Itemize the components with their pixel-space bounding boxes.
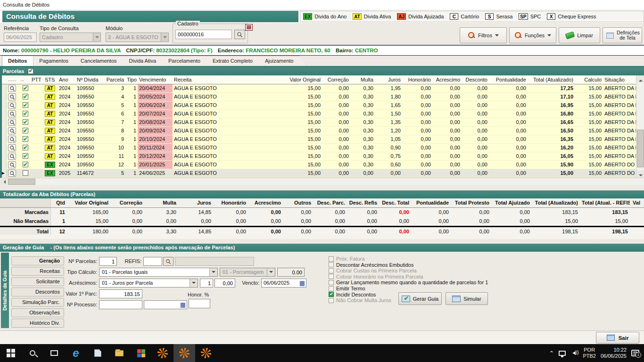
tray-expand-icon[interactable]: ⌃ [549,350,554,357]
volume-icon[interactable] [570,350,578,356]
calendar-icon[interactable]: ▦ [299,280,305,286]
checkbox[interactable] [329,298,334,303]
taskbar-search-button[interactable] [22,344,43,362]
checkbox[interactable] [329,280,334,285]
gerar-guia-button[interactable]: Gerar Guia [398,292,442,305]
horizontal-scrollbar[interactable] [0,178,644,185]
table-row[interactable]: ▶EX20251146725124/06/2025AGUA E ESGOTO15… [0,169,644,178]
row-search-icon[interactable] [8,110,16,117]
row-checkbox[interactable] [23,153,28,159]
notification-icon[interactable]: 1 [631,350,639,356]
row-checkbox[interactable] [23,111,28,116]
refis-search-icon[interactable] [163,257,173,266]
acrescimos-qtd-input[interactable] [200,279,213,288]
n-parcelas-input[interactable] [99,257,117,266]
scrollbar-thumb[interactable] [637,130,644,167]
simular-button[interactable]: Simular [446,292,488,305]
language-indicator[interactable]: PORPTB2 [583,347,596,359]
table-row[interactable]: AT20241095505120/06/2024AGUA E ESGOTO15,… [0,101,644,110]
media-app-button[interactable] [130,344,152,362]
row-checkbox[interactable] [23,85,28,91]
table-row[interactable]: EX202410955012120/01/2025AGUA E ESGOTO15… [0,161,644,169]
porcentagem-input[interactable] [277,268,305,277]
acrescimos-valor-input[interactable] [215,279,235,288]
grid-icon[interactable]: ▦ [180,302,186,308]
checkbox[interactable] [329,256,334,262]
cadastro-search-icon[interactable] [234,30,245,39]
table-row[interactable]: AT20241095509120/10/2024AGUA E ESGOTO15,… [0,135,644,144]
row-search-icon[interactable] [8,102,16,109]
cadastro-input[interactable] [175,30,232,39]
porcentagem-select[interactable]: 01 - Porcentagem [220,268,275,277]
tab-pagamentos[interactable]: Pagamentos [33,56,81,66]
file-explorer-button[interactable] [108,344,130,362]
list-icon[interactable] [245,24,253,31]
row-checkbox[interactable] [23,136,28,142]
tab-ajuizamento[interactable]: Ajuizamento [259,56,306,66]
tab-parcelamento[interactable]: Parcelamento [162,56,213,66]
app-window-3-button[interactable] [195,344,217,362]
app-window-1-button[interactable] [152,344,173,362]
row-checkbox[interactable] [23,102,28,108]
row-search-icon[interactable] [8,119,16,126]
network-icon[interactable] [559,351,566,356]
processo-input[interactable] [99,300,142,309]
tab-cancelamentos[interactable]: Cancelamentos [74,56,129,66]
honor-input[interactable] [189,299,210,308]
modulo-select[interactable]: 3 - ÁGUA E ESGOTO [106,33,169,42]
filtros-button[interactable]: Filtros [460,27,507,43]
table-row[interactable]: AT20241095508120/09/2024AGUA E ESGOTO15,… [0,127,644,135]
row-search-icon[interactable] [8,161,16,168]
row-search-icon[interactable] [8,85,16,92]
referencia-input[interactable] [4,33,37,42]
row-search-icon[interactable] [8,93,16,100]
table-row[interactable]: AT202410955011120/12/2024AGUA E ESGOTO15… [0,152,644,161]
valor-parc-input[interactable] [99,289,142,298]
document-app-button[interactable] [87,344,108,362]
scroll-down-icon[interactable] [636,171,644,178]
task-view-button[interactable] [43,344,65,362]
scrollbar-thumb[interactable] [8,179,35,185]
browser-button[interactable]: e [65,344,87,362]
row-search-icon[interactable] [8,127,16,134]
tab-extrato-completo[interactable]: Extrato Completo [206,56,265,66]
row-checkbox[interactable] [23,128,28,133]
row-checkbox[interactable] [23,170,28,176]
limpar-button[interactable]: Limpar [559,27,600,43]
row-search-icon[interactable] [8,144,16,151]
funcoes-button[interactable]: Funções [509,27,556,43]
processo-input-2[interactable]: ▦ [144,300,187,309]
sair-button[interactable]: Sair [596,332,639,344]
tipo-consulta-select[interactable]: Cadastro [40,33,101,42]
scroll-up-icon[interactable] [636,75,644,82]
checkbox[interactable] [329,292,334,297]
tipo-calculo-select[interactable]: 01 - Parcelas Iguais [99,268,218,277]
checkbox[interactable] [329,274,334,279]
guia-side-tab[interactable]: Detalhes da Guia [1,253,9,328]
table-row[interactable]: AT20241095507120/08/2024AGUA E ESGOTO15,… [0,118,644,127]
row-checkbox[interactable] [23,145,28,150]
row-checkbox[interactable] [23,94,28,99]
scroll-left-icon[interactable] [0,178,8,185]
vertical-scrollbar[interactable] [636,75,644,178]
definicoes-tela-button[interactable]: Definições de Tela [603,27,642,43]
checkbox[interactable] [329,262,334,267]
app-window-2-button[interactable] [173,344,195,362]
clock[interactable]: 10:2206/06/2025 [601,347,627,359]
parcelas-checkbox[interactable] [28,68,33,74]
table-row[interactable]: AT20241095504120/05/2024AGUA E ESGOTO15,… [0,93,644,101]
checkbox[interactable] [329,286,334,291]
table-row[interactable]: AT20241095506120/07/2024AGUA E ESGOTO15,… [0,110,644,118]
row-checkbox[interactable] [23,119,28,125]
guia-side-hist-rico-div-[interactable]: Histórico Div. [11,319,64,328]
acrescimos-select[interactable]: 01 - Juros por Parcela [99,279,198,288]
row-search-icon[interactable] [8,136,16,143]
row-checkbox[interactable] [23,162,28,167]
guia-side-observa-es[interactable]: Observações [11,308,64,317]
vencto-input[interactable]: 06/06/2025▦ [261,279,306,288]
tab-divida-ativa[interactable]: Divida Ativa [123,56,169,66]
checkbox[interactable] [329,268,334,273]
row-search-icon[interactable] [8,153,16,160]
row-search-icon[interactable] [8,170,16,177]
table-row[interactable]: AT202410955010120/11/2024AGUA E ESGOTO15… [0,144,644,152]
